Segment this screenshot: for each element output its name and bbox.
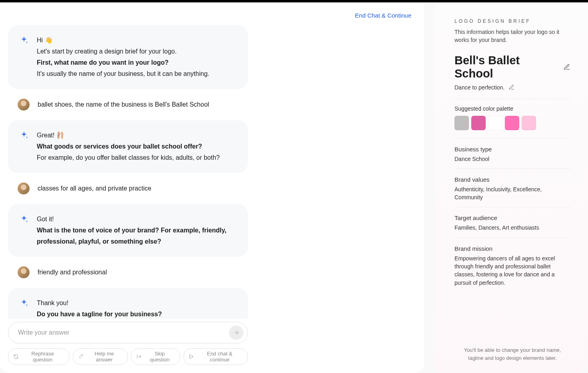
chip-label: End chat & continue [197, 351, 243, 363]
tagline: Dance to perfection. [454, 84, 504, 91]
answer-input[interactable] [18, 329, 229, 336]
bot-text-line: Got it! [37, 214, 237, 225]
business-type-value: Dance School [454, 155, 570, 163]
bot-text-line: For example, do you offer ballet classes… [37, 152, 220, 163]
divider [454, 238, 570, 238]
bot-message: Great! 🩰What goods or services does your… [8, 120, 248, 173]
palette-row [454, 116, 570, 130]
color-swatch[interactable] [471, 116, 486, 130]
bot-message: Hi 👋Let's start by creating a design bri… [8, 25, 248, 89]
bot-text-line: What goods or services does your ballet … [37, 141, 220, 152]
chat-panel: End Chat & Continue Hi 👋Let's start by c… [0, 2, 424, 373]
color-swatch[interactable] [488, 116, 502, 130]
user-text: classes for all ages, and private practi… [38, 185, 151, 192]
answer-input-container [8, 322, 248, 343]
edit-icon[interactable] [563, 63, 570, 71]
exit-icon [189, 354, 194, 359]
brand-mission-value: Empowering dancers of all ages to excel … [454, 254, 570, 287]
color-swatch[interactable] [505, 116, 519, 130]
target-audience-label: Target audience [454, 214, 570, 221]
bot-text-line: It's usually the name of your business, … [37, 68, 209, 79]
bot-text-line: Great! 🩰 [37, 130, 220, 141]
chip-label: Help me answer [86, 351, 123, 363]
divider [454, 99, 570, 99]
rephrase-chip[interactable]: Rephrase question [8, 348, 70, 365]
skip-icon [136, 354, 142, 359]
refresh-icon [13, 354, 19, 359]
bot-text-line: First, what name do you want in your log… [37, 57, 209, 68]
brand-values-value: Authenticity, Inclusivity, Excellence, C… [454, 185, 570, 202]
palette-label: Suggested color palette [454, 105, 570, 112]
divider [454, 207, 570, 207]
sparkle-icon [19, 298, 29, 308]
bot-message: Got it!What is the tone of voice of your… [8, 204, 248, 257]
bot-message: Thank you!Do you have a tagline for your… [8, 288, 248, 319]
help-chip[interactable]: Help me answer [73, 348, 128, 365]
edit-icon[interactable] [508, 84, 514, 90]
business-type-label: Business type [454, 146, 570, 153]
divider [454, 138, 570, 139]
user-message: ballet shoes, the name of the business i… [8, 95, 248, 114]
sparkle-icon [19, 36, 29, 45]
chip-label: Skip question [144, 351, 175, 363]
bot-text-line: Do you have a tagline for your business? [37, 309, 162, 319]
end-chat-link[interactable]: End Chat & Continue [355, 12, 411, 19]
chat-body: Hi 👋Let's start by creating a design bri… [8, 25, 416, 319]
brand-values-label: Brand values [454, 176, 570, 183]
user-text: ballet shoes, the name of the business i… [38, 101, 209, 108]
magic-icon [78, 354, 84, 359]
bot-text-line: Let's start by creating a design brief f… [37, 46, 209, 57]
bot-text-line: Hi 👋 [37, 35, 209, 46]
user-message: friendly and professional [8, 263, 248, 282]
color-swatch[interactable] [454, 116, 469, 130]
user-text: friendly and professional [38, 269, 107, 276]
brand-name: Bell's Ballet School [454, 54, 559, 80]
user-message: classes for all ages, and private practi… [8, 179, 248, 198]
sparkle-icon [19, 131, 29, 140]
bot-text-line: What is the tone of voice of your brand?… [37, 225, 237, 247]
skip-chip[interactable]: Skip question [131, 348, 180, 365]
brief-description: This information helps tailor your logo … [454, 28, 570, 44]
divider [454, 169, 570, 169]
brand-mission-label: Brand mission [454, 245, 570, 252]
user-avatar [18, 183, 30, 194]
brief-panel: LOGO DESIGN BRIEF This information helps… [434, 2, 588, 373]
chip-label: Rephrase question [21, 351, 64, 363]
user-avatar [18, 266, 30, 278]
send-icon [233, 329, 239, 336]
color-swatch[interactable] [522, 116, 536, 130]
end-chip[interactable]: End chat & continue [183, 348, 248, 365]
send-button[interactable] [229, 325, 243, 340]
brief-heading: LOGO DESIGN BRIEF [454, 18, 570, 24]
target-audience-value: Families, Dancers, Art enthusiasts [454, 224, 570, 232]
bot-text-line: Thank you! [37, 298, 162, 309]
sparkle-icon [19, 214, 29, 224]
user-avatar [18, 99, 30, 111]
brief-footer-note: You'll be able to change your brand name… [454, 346, 570, 362]
